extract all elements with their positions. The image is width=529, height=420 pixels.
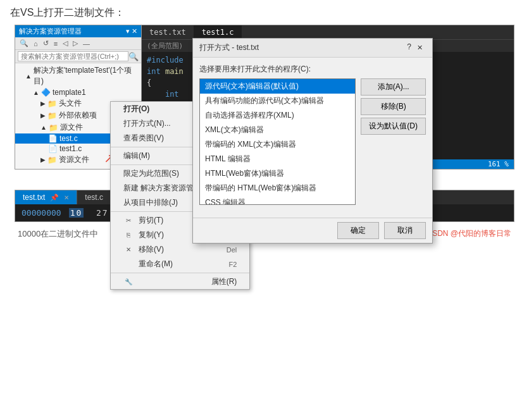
toolbar-btn-home[interactable]: ⌂: [32, 39, 40, 48]
panel-title: 解决方案资源管理器: [19, 27, 82, 36]
dialog-question-btn[interactable]: ?: [407, 42, 411, 53]
list-item-html-web[interactable]: HTML(Web窗体)编辑器: [200, 166, 355, 181]
toolbar-btn-more3[interactable]: —: [81, 39, 92, 48]
list-item-auto[interactable]: 自动选择器选择程序(XML): [200, 108, 355, 123]
sources-icon: 📁: [49, 123, 58, 132]
ok-button[interactable]: 确定: [337, 222, 379, 239]
dialog-titlebar: 打开方式 - test.txt ? ✕: [193, 39, 432, 58]
remove-button[interactable]: 移除(B): [361, 98, 426, 115]
pin-icon: 📌: [50, 194, 59, 202]
list-item-xml-encoded[interactable]: 带编码的 XML(文本)编辑器: [200, 137, 355, 152]
resources-label: 资源文件: [59, 154, 89, 165]
top-instruction: 在VS上打开二进制文件：: [0, 0, 529, 25]
add-button[interactable]: 添加(A)...: [361, 78, 426, 96]
solution-label: 解决方案'templateTest'(1个项目): [34, 65, 137, 87]
menu-cut-label: 剪切(T): [139, 215, 163, 226]
toolbar-btn-collapse[interactable]: ≡: [52, 39, 59, 48]
separator-4: [111, 273, 249, 273]
hex-byte-1: 10: [69, 208, 84, 218]
set-default-button[interactable]: 设为默认值(D): [361, 118, 426, 135]
hex-tab-txt[interactable]: test.txt 📌 ✕: [15, 190, 77, 204]
open-with-dialog: 打开方式 - test.txt ? ✕ 选择要用来打开此文件的程序(C): 源代…: [192, 38, 433, 244]
menu-rename-shortcut: F2: [228, 261, 237, 268]
expand-icon-e: ▶: [40, 112, 46, 119]
hex-tab-txt-close[interactable]: ✕: [64, 194, 69, 201]
hex-offset: 00000000: [22, 208, 61, 218]
menu-open-label: 打开(O): [123, 104, 149, 114]
testc-label: test.c: [59, 134, 78, 143]
main-area: 解决方案资源管理器 ▾ ✕ 🔍 ⌂ ↺ ≡ ◁ ▷ — 🔍: [0, 25, 529, 246]
search-box[interactable]: 🔍: [15, 50, 141, 63]
list-item-xml[interactable]: XML(文本)编辑器: [200, 123, 355, 137]
hex-tab-c[interactable]: test.c: [77, 190, 111, 204]
toolbar-btn-more1[interactable]: ◁: [61, 39, 70, 48]
list-item-html[interactable]: HTML 编辑器: [200, 152, 355, 166]
tree-project[interactable]: ▲ 🔷 template1: [15, 87, 141, 97]
dialog-bottom-buttons: 确定 取消: [193, 218, 432, 243]
sources-label: 源文件: [60, 122, 83, 133]
program-listbox[interactable]: 源代码(文本)编辑器(默认值) 具有编码功能的源代码(文本)编辑器 自动选择器选…: [199, 78, 356, 205]
list-item-html-encoded[interactable]: 带编码的 HTML(Web窗体)编辑器: [200, 181, 355, 195]
list-item-encoded[interactable]: 具有编码功能的源代码(文本)编辑器: [200, 94, 355, 108]
menu-properties-label: 属性(R): [211, 276, 237, 287]
menu-scope-label: 限定为此范围(S): [123, 168, 179, 179]
toolbar-btn-refresh[interactable]: ↺: [41, 39, 51, 48]
panel-titlebar: 解决方案资源管理器 ▾ ✕: [15, 25, 141, 37]
list-item-default[interactable]: 源代码(文本)编辑器(默认值): [200, 79, 355, 94]
page-container: 在VS上打开二进制文件： 解决方案资源管理器 ▾ ✕ 🔍 ⌂ ↺ ≡ ◁ ▷ —: [0, 0, 529, 246]
dialog-side-buttons: 添加(A)... 移除(B) 设为默认值(D): [361, 78, 426, 211]
tree-solution[interactable]: ▲ 解决方案'templateTest'(1个项目): [15, 65, 141, 87]
toolbar-btn-search[interactable]: 🔍: [18, 39, 30, 48]
panel-controls: ▾ ✕: [126, 27, 137, 35]
project-icon: ▲: [33, 89, 39, 96]
headers-label: 头文件: [59, 98, 82, 109]
dialog-label: 选择要用来打开此文件的程序(C):: [199, 64, 426, 75]
dialog-content: 选择要用来打开此文件的程序(C): 源代码(文本)编辑器(默认值) 具有编码功能…: [193, 58, 432, 218]
list-item-css[interactable]: CSS 编辑器: [200, 195, 355, 205]
resources-icon: 📁: [47, 156, 57, 164]
editor-tabs: test.txt test1.c: [142, 25, 514, 39]
expand-icon: ▲: [25, 73, 32, 80]
externals-label: 外部依赖项: [59, 110, 97, 121]
hex-tab-c-label: test.c: [85, 193, 103, 202]
menu-view-class-label: 查看类图(V): [123, 133, 164, 144]
project-label: 🔷: [41, 88, 51, 97]
remove-icon: ✕: [123, 246, 134, 253]
hex-byte-2: 27: [96, 208, 109, 218]
headers-icon: 📁: [47, 99, 57, 108]
copy-icon: ⎘: [123, 232, 134, 238]
menu-remove-shortcut: Del: [227, 246, 237, 254]
menu-exclude-label: 从项目中排除(J): [123, 197, 178, 208]
toolbar-btn-more2[interactable]: ▷: [71, 39, 80, 48]
expand-icon-r: ▶: [40, 156, 46, 163]
testc-icon: 📄: [48, 134, 58, 143]
cut-icon: ✂: [123, 217, 134, 224]
menu-remove[interactable]: ✕ 移除(V) Del: [111, 242, 249, 257]
tab-test1-c-label: test1.c: [202, 28, 234, 37]
expand-icon-s: ▲: [40, 124, 47, 131]
menu-open-with-label: 打开方式(N)...: [123, 118, 171, 129]
bottom-caption-left: 10000在二进制文件中: [18, 228, 98, 240]
ide-area: 解决方案资源管理器 ▾ ✕ 🔍 ⌂ ↺ ≡ ◁ ▷ — 🔍: [15, 25, 514, 170]
dialog-close-btn[interactable]: ✕: [414, 42, 426, 53]
search-icon: 🔍: [128, 52, 139, 61]
tab-test-txt-label: test.txt: [149, 28, 186, 37]
menu-properties[interactable]: 🔧 属性(R): [111, 275, 249, 289]
dialog-title-buttons: ? ✕: [407, 42, 426, 53]
menu-rename-label: 重命名(M): [139, 259, 173, 269]
bottom-caption-right: CSDN @代阳的博客日常: [426, 228, 511, 240]
tab-test-txt[interactable]: test.txt: [142, 25, 194, 39]
tab-test1-c[interactable]: test1.c: [194, 25, 242, 39]
menu-edit-label: 编辑(M): [123, 151, 150, 161]
test1c-label: test1.c: [59, 144, 82, 153]
project-name: template1: [53, 88, 86, 97]
menu-rename[interactable]: 重命名(M) F2: [111, 257, 249, 271]
expand-icon-h: ▶: [40, 100, 46, 107]
hex-tab-txt-label: test.txt: [23, 193, 45, 202]
externals-icon: 📁: [47, 111, 57, 120]
cancel-button[interactable]: 取消: [384, 222, 426, 239]
properties-icon: 🔧: [123, 278, 134, 285]
test1c-icon: 📄: [48, 144, 58, 153]
menu-copy-label: 复制(Y): [139, 230, 164, 240]
search-input[interactable]: [18, 51, 128, 61]
